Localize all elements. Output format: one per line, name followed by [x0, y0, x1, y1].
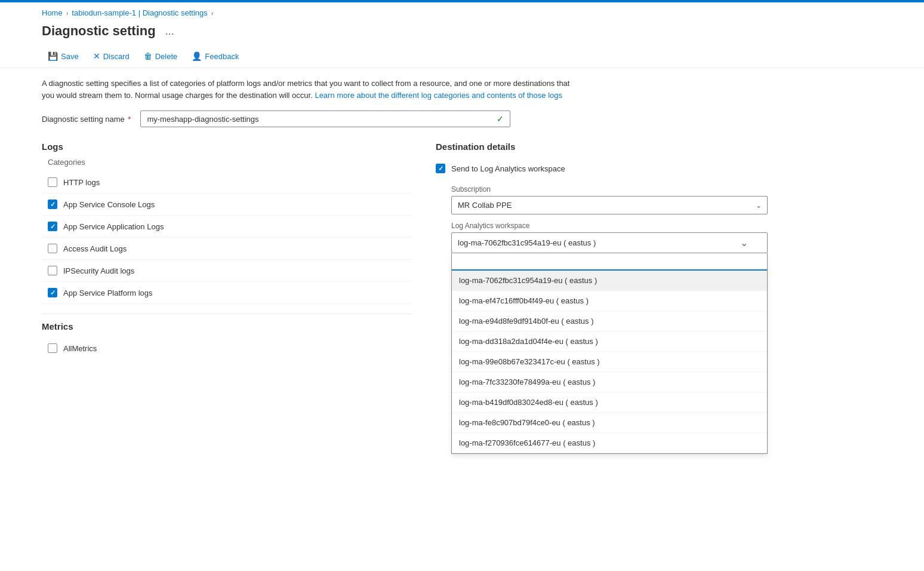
destination-section: Destination details Send to Log Analytic…: [412, 142, 824, 454]
breadcrumb-sep-2: ›: [211, 10, 214, 17]
log-item-access: Access Audit Logs: [42, 238, 412, 260]
dest-details: Subscription MR Collab PPE ⌄ Log Analyti…: [451, 185, 824, 454]
log-item-console: App Service Console Logs: [42, 194, 412, 216]
breadcrumb: Home › tabiodun-sample-1 | Diagnostic se…: [0, 2, 924, 21]
workspace-option-0[interactable]: log-ma-7062fbc31c954a19-eu ( eastus ): [452, 271, 767, 291]
save-icon: 💾: [48, 51, 58, 61]
checkbox-console[interactable]: [48, 199, 57, 209]
dest-log-analytics-option: Send to Log Analytics workspace: [436, 164, 824, 173]
log-item-allmetrics: AllMetrics: [42, 337, 412, 359]
workspace-chevron-icon: ⌄: [740, 237, 748, 248]
log-item-ipsecurity: IPSecurity Audit logs: [42, 260, 412, 282]
log-label-allmetrics: AllMetrics: [63, 344, 97, 353]
save-button[interactable]: 💾 Save: [42, 48, 85, 64]
workspace-dropdown-container: log-ma-7062fbc31c954a19-eu ( eastus ) ⌄ …: [451, 232, 824, 454]
workspace-selected-value: log-ma-7062fbc31c954a19-eu ( eastus ): [458, 238, 596, 247]
workspace-dropdown: log-ma-7062fbc31c954a19-eu ( eastus ) lo…: [451, 253, 768, 454]
discard-button[interactable]: ✕ Discard: [87, 48, 135, 64]
checkbox-log-analytics[interactable]: [436, 164, 445, 173]
description-text: A diagnostic setting specifies a list of…: [42, 78, 579, 101]
more-button[interactable]: ...: [162, 24, 178, 39]
workspace-select-wrapper: log-ma-7062fbc31c954a19-eu ( eastus ) ⌄: [451, 232, 768, 253]
section-divider: [42, 314, 412, 314]
subscription-select[interactable]: MR Collab PPE: [451, 196, 768, 214]
categories-label: Categories: [42, 158, 412, 167]
save-label: Save: [61, 52, 79, 61]
checkbox-appservice[interactable]: [48, 222, 57, 231]
checkbox-allmetrics[interactable]: [48, 343, 57, 353]
checkbox-http[interactable]: [48, 177, 57, 187]
log-label-ipsecurity: IPSecurity Audit logs: [63, 266, 134, 275]
setting-name-row: Diagnostic setting name * ✓: [42, 110, 824, 127]
main-content: A diagnostic setting specifies a list of…: [0, 68, 836, 466]
log-label-platform: App Service Platform logs: [63, 288, 153, 297]
page-header: Diagnostic setting ...: [0, 21, 924, 45]
delete-label: Delete: [155, 52, 178, 61]
workspace-option-1[interactable]: log-ma-ef47c16fff0b4f49-eu ( eastus ): [452, 291, 767, 311]
feedback-label: Feedback: [205, 52, 239, 61]
workspace-label: Log Analytics workspace: [451, 222, 824, 230]
workspace-search-input[interactable]: [452, 253, 767, 271]
metrics-title: Metrics: [42, 321, 412, 331]
dest-log-analytics-label: Send to Log Analytics workspace: [451, 164, 565, 173]
page-title: Diagnostic setting: [42, 23, 156, 39]
delete-button[interactable]: 🗑 Delete: [138, 48, 184, 64]
workspace-option-4[interactable]: log-ma-99e08b67e323417c-eu ( eastus ): [452, 352, 767, 372]
workspace-option-7[interactable]: log-ma-fe8c907bd79f4ce0-eu ( eastus ): [452, 413, 767, 433]
workspace-select-display[interactable]: log-ma-7062fbc31c954a19-eu ( eastus ) ⌄: [451, 232, 768, 253]
breadcrumb-sep-1: ›: [66, 10, 69, 17]
checkbox-access[interactable]: [48, 244, 57, 253]
destination-title: Destination details: [436, 142, 824, 152]
breadcrumb-diagnostic[interactable]: tabiodun-sample-1 | Diagnostic settings: [72, 8, 207, 17]
log-item-appservice: App Service Application Logs: [42, 216, 412, 238]
log-label-console: App Service Console Logs: [63, 200, 155, 209]
log-label-http: HTTP logs: [63, 178, 100, 187]
valid-check-icon: ✓: [497, 114, 504, 124]
log-label-access: Access Audit Logs: [63, 244, 127, 253]
two-column-layout: Logs Categories HTTP logs App Service Co…: [42, 142, 824, 454]
checkbox-ipsecurity[interactable]: [48, 266, 57, 275]
learn-more-link[interactable]: Learn more about the different log categ…: [315, 91, 562, 100]
logs-title: Logs: [42, 142, 412, 152]
workspace-option-8[interactable]: log-ma-f270936fce614677-eu ( eastus ): [452, 433, 767, 453]
log-item-platform: App Service Platform logs: [42, 282, 412, 304]
workspace-dropdown-list: log-ma-7062fbc31c954a19-eu ( eastus ) lo…: [452, 271, 767, 453]
log-label-appservice: App Service Application Logs: [63, 222, 164, 231]
subscription-label: Subscription: [451, 185, 824, 194]
discard-icon: ✕: [93, 51, 100, 61]
discard-label: Discard: [103, 52, 130, 61]
log-item-http: HTTP logs: [42, 171, 412, 194]
workspace-option-3[interactable]: log-ma-dd318a2da1d04f4e-eu ( eastus ): [452, 331, 767, 352]
setting-name-label: Diagnostic setting name *: [42, 115, 131, 124]
feedback-button[interactable]: 👤 Feedback: [186, 48, 245, 64]
breadcrumb-home[interactable]: Home: [42, 8, 63, 17]
workspace-option-6[interactable]: log-ma-b419df0d83024ed8-eu ( eastus ): [452, 392, 767, 413]
logs-section: Logs Categories HTTP logs App Service Co…: [42, 142, 412, 454]
workspace-option-5[interactable]: log-ma-7fc33230fe78499a-eu ( eastus ): [452, 372, 767, 392]
required-indicator: *: [126, 115, 131, 124]
workspace-option-2[interactable]: log-ma-e94d8fe9df914b0f-eu ( eastus ): [452, 311, 767, 331]
feedback-icon: 👤: [192, 51, 202, 61]
checkbox-platform[interactable]: [48, 288, 57, 297]
setting-name-input[interactable]: [147, 115, 497, 124]
toolbar: 💾 Save ✕ Discard 🗑 Delete 👤 Feedback: [0, 45, 924, 68]
subscription-select-wrapper: MR Collab PPE ⌄: [451, 196, 768, 214]
delete-icon: 🗑: [144, 51, 152, 61]
